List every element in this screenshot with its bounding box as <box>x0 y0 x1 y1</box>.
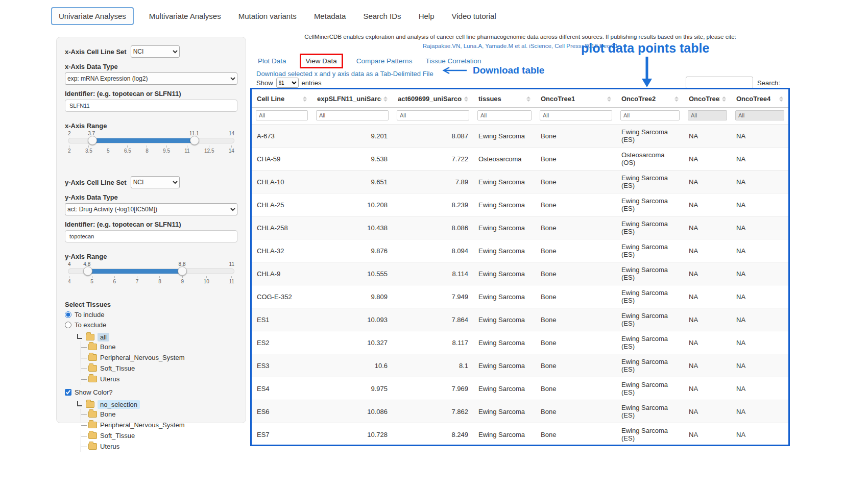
table-row[interactable]: CHA-599.5387.722OsteosarcomaBoneOsteosar… <box>252 148 788 170</box>
nav-tab-search-ids[interactable]: Search IDs <box>361 8 403 25</box>
table-row[interactable]: CHLA-2510.2088.239Ewing SarcomaBoneEwing… <box>252 193 788 216</box>
x-identifier-input[interactable] <box>65 100 237 112</box>
tree-node-peripheral_nervous_system[interactable]: Peripheral_Nervous_System <box>81 352 237 363</box>
tree-node-soft_tissue[interactable]: Soft_Tissue <box>81 430 237 441</box>
tree-node-uterus[interactable]: Uterus <box>81 441 237 452</box>
sort-icon[interactable] <box>464 96 468 102</box>
tree-node-label[interactable]: Peripheral_Nervous_System <box>100 421 184 429</box>
col-filter-oncotree3[interactable] <box>688 110 727 120</box>
col-filter-oncotree4[interactable] <box>735 110 784 120</box>
tree-root-label[interactable]: all <box>98 333 109 341</box>
col-filter-cell-line[interactable] <box>256 110 308 120</box>
col-header-tissues[interactable]: tissues <box>473 89 536 108</box>
x-data-type-select[interactable]: exp: mRNA Expression (log2) <box>65 72 237 85</box>
x-range-handle-low[interactable] <box>88 136 97 145</box>
col-header-act609699_unisarcoma[interactable]: act609699_uniSarcoma <box>393 89 473 108</box>
sort-icon[interactable] <box>383 96 388 102</box>
table-cell: A-673 <box>252 125 312 148</box>
nav-tab-multivariate-analyses[interactable]: Multivariate Analyses <box>147 8 223 25</box>
col-header-oncotree1[interactable]: OncoTree1 <box>536 89 616 108</box>
table-row[interactable]: CHLA-910.5558.114Ewing SarcomaBoneEwing … <box>252 262 788 285</box>
table-row[interactable]: A-6739.2018.087Ewing SarcomaBoneEwing Sa… <box>252 125 788 148</box>
tree-node-label[interactable]: Bone <box>100 343 115 351</box>
table-row[interactable]: ES810.4498.121Ewing SarcomaBoneEwing Sar… <box>252 446 788 447</box>
table-cell: Ewing Sarcoma (ES) <box>616 216 684 239</box>
x-range-handle-high[interactable] <box>190 136 199 145</box>
tree-node-label[interactable]: Peripheral_Nervous_System <box>100 354 184 361</box>
nav-tab-video-tutorial[interactable]: Video tutorial <box>449 8 498 25</box>
table-row[interactable]: ES710.7288.249Ewing SarcomaBoneEwing Sar… <box>252 423 788 446</box>
col-header-cell-line[interactable]: Cell Line <box>252 89 312 108</box>
tick-label: 2 <box>68 145 71 154</box>
tree-node-bone[interactable]: Bone <box>81 409 237 420</box>
x-range-ticks: 23.556.589.51112.514 <box>68 145 234 154</box>
col-filter-oncotree1[interactable] <box>540 110 612 120</box>
nav-tab-univariate-analyses[interactable]: Univariate Analyses <box>51 7 134 25</box>
sort-icon[interactable] <box>607 96 611 102</box>
sort-icon[interactable] <box>722 96 726 102</box>
download-tsv-link[interactable]: Download selected x and y axis data as a… <box>256 70 433 78</box>
search-input[interactable] <box>686 77 753 89</box>
result-tab-plot-data[interactable]: Plot Data <box>258 57 286 65</box>
table-row[interactable]: COG-E-3529.8097.949Ewing SarcomaBoneEwin… <box>252 285 788 308</box>
nav-tab-metadata[interactable]: Metadata <box>312 8 348 25</box>
y-range-slider[interactable]: 44.88.811 4567891011 <box>68 261 234 284</box>
table-cell: 8.086 <box>393 216 473 239</box>
tree-node-soft_tissue[interactable]: Soft_Tissue <box>81 363 237 374</box>
tree-root-node[interactable]: no_selection <box>77 400 237 409</box>
to-include-radio[interactable] <box>65 311 71 318</box>
nav-tab-mutation-variants[interactable]: Mutation variants <box>236 8 299 25</box>
sort-icon[interactable] <box>303 96 307 102</box>
table-row[interactable]: CHLA-329.8768.094Ewing SarcomaBoneEwing … <box>252 239 788 262</box>
col-filter-expslfn11_unisarcoma[interactable] <box>316 110 389 120</box>
col-filter-act609699_unisarcoma[interactable] <box>397 110 469 120</box>
col-header-oncotree4[interactable]: OncoTree4 <box>731 89 788 108</box>
tree-node-peripheral_nervous_system[interactable]: Peripheral_Nervous_System <box>81 420 237 430</box>
table-row[interactable]: ES310.68.1Ewing SarcomaBoneEwing Sarcoma… <box>252 354 788 377</box>
to-exclude-radio[interactable] <box>65 322 71 328</box>
col-filter-oncotree2[interactable] <box>620 110 680 120</box>
col-header-oncotree2[interactable]: OncoTree2 <box>616 89 684 108</box>
to-exclude-label[interactable]: To exclude <box>75 321 106 329</box>
tick-label: 5 <box>107 145 110 154</box>
table-row[interactable]: CHLA-25810.4388.086Ewing SarcomaBoneEwin… <box>252 216 788 239</box>
table-row[interactable]: ES610.0867.862Ewing SarcomaBoneEwing Sar… <box>252 400 788 423</box>
table-row[interactable]: ES49.9757.969Ewing SarcomaBoneEwing Sarc… <box>252 377 788 400</box>
table-row[interactable]: CHLA-109.6517.89Ewing SarcomaBoneEwing S… <box>252 170 788 193</box>
result-tab-tissue-correlation[interactable]: Tissue Correlation <box>425 57 481 65</box>
y-range-handle-low[interactable] <box>83 266 92 276</box>
table-cell: NA <box>684 331 731 354</box>
sort-icon[interactable] <box>674 96 679 102</box>
table-row[interactable]: ES210.3278.117Ewing SarcomaBoneEwing Sar… <box>252 331 788 354</box>
col-filter-tissues[interactable] <box>477 110 532 120</box>
nav-tab-help[interactable]: Help <box>417 8 437 25</box>
tree-root-label[interactable]: no_selection <box>98 400 140 409</box>
x-range-slider[interactable]: 23.711.114 23.556.589.51112.514 <box>68 131 234 154</box>
tree-node-label[interactable]: Uterus <box>100 443 119 450</box>
tree-node-label[interactable]: Soft_Tissue <box>100 364 135 372</box>
col-header-expslfn11_unisarcoma[interactable]: expSLFN11_uniSarcoma <box>312 89 393 108</box>
y-data-type-select[interactable]: act: Drug Activity (-log10[IC50M]) <box>65 203 237 215</box>
y-identifier-input[interactable] <box>65 230 237 242</box>
result-tab-compare-patterns[interactable]: Compare Patterns <box>356 57 413 65</box>
x-cell-line-set-select[interactable]: NCI <box>131 45 180 58</box>
tree-node-label[interactable]: Bone <box>100 410 115 418</box>
result-tab-view-data[interactable]: View Data <box>306 57 337 65</box>
y-range-handle-high[interactable] <box>178 266 187 276</box>
tree-root-node[interactable]: all <box>77 333 237 341</box>
folder-icon <box>86 401 94 408</box>
show-color-label[interactable]: Show Color? <box>75 388 112 396</box>
tree-node-label[interactable]: Uterus <box>100 375 119 383</box>
y-cell-line-set-select[interactable]: NCI <box>131 176 180 188</box>
sort-icon[interactable] <box>526 96 531 102</box>
tree-node-uterus[interactable]: Uterus <box>81 374 237 384</box>
col-header-oncotree3[interactable]: OncoTree3 <box>684 89 731 108</box>
table-cell: Ewing Sarcoma <box>473 193 536 216</box>
entries-select[interactable]: 61 <box>276 78 299 88</box>
tree-node-bone[interactable]: Bone <box>81 341 237 352</box>
show-color-checkbox[interactable] <box>65 389 71 396</box>
to-include-label[interactable]: To include <box>75 311 105 319</box>
tree-node-label[interactable]: Soft_Tissue <box>100 432 135 440</box>
sort-icon[interactable] <box>779 96 783 102</box>
table-row[interactable]: ES110.0937.864Ewing SarcomaBoneEwing Sar… <box>252 308 788 331</box>
